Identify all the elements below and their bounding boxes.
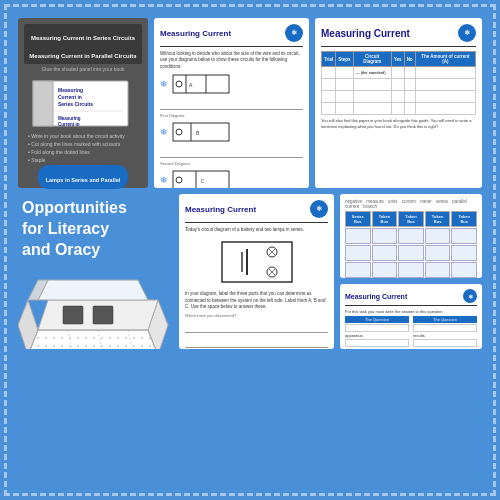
ws-header-5: Token Bus bbox=[451, 211, 477, 227]
middle-worksheet: Measuring Current ⚛ Without looking to d… bbox=[154, 18, 309, 188]
circuit-svg bbox=[217, 237, 297, 287]
outer-border: Measuring Current in Series Circuits Mea… bbox=[0, 0, 500, 500]
oracy-text-box: Opportunities for Literacy and Oracy bbox=[18, 194, 173, 264]
left-panel-label2: Measuring Current in Parallel Circuits bbox=[29, 53, 136, 59]
bottom-row-4 bbox=[413, 339, 477, 347]
word-4: current bbox=[402, 199, 416, 204]
bottom-row-2 bbox=[345, 339, 409, 347]
mid-ws2-discover-label: Which have you discovered? bbox=[185, 313, 328, 318]
bottom-badge-icon2: ⚛ bbox=[468, 293, 473, 300]
bottom-badge: Lamps in Series and Parallel bbox=[38, 165, 129, 189]
svg-text:Measuring: Measuring bbox=[58, 87, 83, 93]
word-8: current bbox=[345, 204, 359, 209]
right-ws-badge: ⚛ bbox=[458, 24, 476, 42]
ws-cell-1-5 bbox=[451, 228, 477, 244]
bottom-ws-columns: The Question apparatus prediction The Qu… bbox=[345, 316, 477, 349]
word-sort-header: negative measure units current meter ser… bbox=[345, 199, 477, 209]
bottom-ws-line bbox=[345, 305, 477, 306]
mid-ws2-q1: In your diagram, label the three parts t… bbox=[185, 291, 328, 310]
answer-label-2: Second Diagram: bbox=[160, 161, 303, 166]
word-7: parallel bbox=[452, 199, 467, 204]
svg-point-19 bbox=[176, 177, 182, 183]
svg-text:C: C bbox=[201, 178, 205, 184]
ws-cell-2-1 bbox=[345, 245, 371, 261]
left-panel-label1: Measuring Current in Series Circuits bbox=[31, 35, 135, 41]
bottom-row-3 bbox=[413, 324, 477, 332]
bullet-3: • Fold along the dotted lines bbox=[24, 149, 142, 155]
ws-cell-2-3 bbox=[398, 245, 424, 261]
right-worksheet: Measuring Current ⚛ Trial Steps Circuit … bbox=[315, 18, 482, 188]
bottom-label-apparatus: apparatus bbox=[345, 333, 409, 338]
table-row bbox=[322, 103, 476, 115]
svg-rect-28 bbox=[93, 306, 113, 324]
oracy-title: Opportunities for Literacy and Oracy bbox=[22, 198, 169, 260]
mid-ws2-title: Measuring Current bbox=[185, 205, 256, 214]
middle-ws-badge: ⚛ bbox=[285, 24, 303, 42]
answer-label-1: First Diagram: bbox=[160, 113, 303, 118]
ws-cell-1-1 bbox=[345, 228, 371, 244]
bullet-2: • Cut along the lines marked with scisso… bbox=[24, 141, 142, 147]
ws-header-3: Token Bus bbox=[398, 211, 424, 227]
word-sort-top-words: negative measure units current meter ser… bbox=[345, 199, 477, 209]
bullet-1: • Write in your book about the circuit a… bbox=[24, 133, 142, 139]
bottom-col-header2: The Question bbox=[413, 316, 477, 323]
svg-text:A: A bbox=[189, 82, 193, 88]
left-panel-title: Measuring Current in Series Circuits Mea… bbox=[24, 24, 142, 64]
bottom-ws-subtext: For this task you must write the answer … bbox=[345, 309, 477, 314]
ws-header-1: Series Bus bbox=[345, 211, 371, 227]
ws-cell-3-2 bbox=[372, 262, 398, 278]
th-diagram: Circuit Diagram bbox=[353, 52, 391, 67]
svg-text:Series Circuits: Series Circuits bbox=[58, 101, 93, 107]
ws-line bbox=[160, 46, 303, 47]
ws-header-2: Token Bus bbox=[372, 211, 398, 227]
badge-icon: ⚛ bbox=[291, 29, 297, 37]
bottom-label-results: results bbox=[413, 333, 477, 338]
svg-marker-26 bbox=[28, 330, 158, 349]
circuit-diagram-box bbox=[185, 237, 328, 287]
right-ws-header: Measuring Current ⚛ bbox=[321, 24, 476, 42]
right-ws-table: Trial Steps Circuit Diagram Yes No The A… bbox=[321, 51, 476, 115]
word-sort-grid: Series Bus Token Bus Token Bus Token Bus… bbox=[345, 211, 477, 278]
th-yes: Yes bbox=[391, 52, 404, 67]
bottom-ws-col1: The Question apparatus prediction bbox=[345, 316, 409, 349]
middle-row: Opportunities for Literacy and Oracy bbox=[18, 194, 482, 349]
inner-container: Measuring Current in Series Circuits Mea… bbox=[10, 10, 490, 490]
th-trial: Trial bbox=[322, 52, 336, 67]
bottom-ws-header: Measuring Current ⚛ bbox=[345, 289, 477, 303]
word-sort-worksheet: negative measure units current meter ser… bbox=[340, 194, 482, 278]
bottom-badge-label: Lamps in Series and Parallel bbox=[46, 177, 121, 183]
bottom-left-section: Opportunities for Literacy and Oracy bbox=[18, 194, 173, 349]
ws-cell-2-5 bbox=[451, 245, 477, 261]
svg-rect-13 bbox=[173, 123, 229, 141]
word-9: branch bbox=[363, 204, 377, 209]
svg-point-15 bbox=[176, 129, 182, 135]
word-5: meter bbox=[420, 199, 432, 204]
bottom-worksheet: Measuring Current ⚛ For this task you mu… bbox=[340, 284, 482, 349]
svg-text:B: B bbox=[196, 130, 200, 136]
top-row: Measuring Current in Series Circuits Mea… bbox=[18, 18, 482, 188]
answer-line-2 bbox=[160, 146, 303, 158]
right-column: negative measure units current meter ser… bbox=[340, 194, 482, 349]
ws-header-4: Token Bus bbox=[425, 211, 451, 227]
bottom-ws-title: Measuring Current bbox=[345, 293, 407, 300]
svg-marker-32 bbox=[38, 280, 148, 300]
snowflake-3: ❄ bbox=[160, 175, 168, 185]
mid-ws2-ans-2 bbox=[185, 336, 328, 348]
table-row bbox=[322, 79, 476, 91]
svg-text:Current in: Current in bbox=[58, 94, 82, 100]
diagram-row-2: ❄ B bbox=[160, 121, 303, 143]
mid-ws2-header: Measuring Current ⚛ bbox=[185, 200, 328, 218]
th-steps: Steps bbox=[336, 52, 353, 67]
th-no: No bbox=[404, 52, 415, 67]
snowflake-1: ❄ bbox=[160, 79, 168, 89]
answer-line-1 bbox=[160, 98, 303, 110]
booklet-svg: Measuring Current in Series Circuits Mea… bbox=[28, 76, 138, 131]
word-6: series bbox=[436, 199, 448, 204]
snowflake-2: ❄ bbox=[160, 127, 168, 137]
circuit-svg-3: C bbox=[171, 169, 231, 188]
svg-text:Measuring: Measuring bbox=[58, 116, 81, 121]
ws-cell-3-5 bbox=[451, 262, 477, 278]
table-row: — (the standard) bbox=[322, 67, 476, 79]
word-3: units bbox=[388, 199, 398, 204]
th-amount: The Amount of current (A) bbox=[415, 52, 475, 67]
